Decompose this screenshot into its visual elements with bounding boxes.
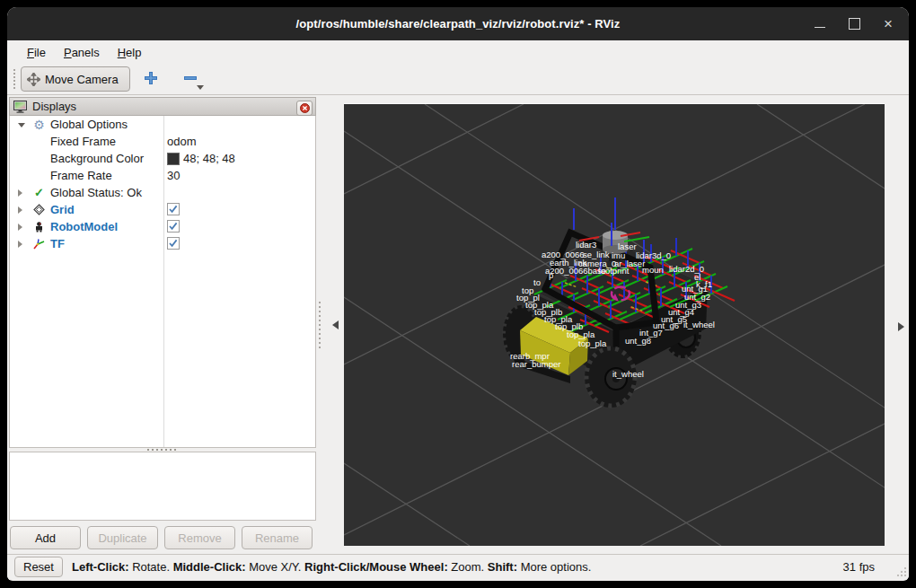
window-controls: × [815, 7, 893, 40]
svg-text:unt_g8: unt_g8 [625, 336, 651, 346]
property-value[interactable]: odom [167, 135, 197, 148]
color-swatch [167, 153, 180, 165]
property-label: Frame Rate [50, 169, 112, 182]
property-label: Grid [50, 203, 75, 216]
svg-text:moun: moun [642, 265, 664, 275]
menu-panels[interactable]: Panels [55, 43, 109, 62]
collapse-right-arrow-icon[interactable] [898, 322, 904, 331]
add-tool-button[interactable] [139, 67, 163, 91]
description-box [9, 452, 316, 521]
value-text: 48; 48; 48 [183, 152, 235, 165]
reset-button[interactable]: Reset [14, 557, 63, 577]
property-label: TF [50, 237, 65, 250]
display-row-grid[interactable]: Grid [10, 201, 315, 218]
expander-open-icon[interactable] [18, 123, 25, 127]
svg-text:lidar3: lidar3 [576, 240, 596, 250]
window-title: /opt/ros/humble/share/clearpath_viz/rviz… [296, 17, 621, 31]
svg-text:to: to [533, 277, 541, 287]
svg-text:a200_0066base: a200_0066base [545, 266, 606, 276]
expander-closed-icon[interactable] [18, 224, 22, 231]
remove-tool-button[interactable] [179, 67, 202, 91]
value-text: odom [167, 135, 197, 148]
rviz-window: /opt/ros/humble/share/clearpath_viz/rviz… [7, 7, 909, 581]
enable-checkbox[interactable] [167, 203, 180, 215]
duplicate-button[interactable]: Duplicate [87, 526, 158, 549]
close-circle-icon [300, 103, 310, 113]
minimize-icon[interactable] [815, 27, 825, 28]
chevron-down-icon [197, 85, 204, 90]
add-button[interactable]: Add [10, 526, 81, 549]
mouse-hints: Left-Click: Rotate. Middle-Click: Move X… [72, 560, 591, 574]
property-label: Global Options [50, 118, 128, 131]
enable-checkbox[interactable] [167, 220, 180, 233]
svg-text:it_wheel: it_wheel [683, 320, 715, 329]
collapse-left-arrow-icon[interactable] [332, 320, 339, 329]
property-label: RobotModel [50, 220, 118, 233]
left-panel-splitter[interactable] [316, 97, 344, 549]
status-ok-icon: ✓ [32, 186, 46, 199]
minus-icon [182, 70, 198, 86]
robot-icon [32, 220, 46, 233]
splitter-grip-icon [319, 302, 321, 348]
menu-bar: FilePanelsHelp [7, 40, 909, 65]
move-camera-label: Move Camera [45, 73, 119, 86]
status-bar: Reset Left-Click: Rotate. Middle-Click: … [7, 554, 909, 579]
svg-text:it_wheel: it_wheel [612, 369, 644, 379]
display-row-background-color[interactable]: Background Color48; 48; 48 [10, 150, 315, 167]
displays-panel-header[interactable]: Displays [9, 97, 316, 116]
svg-text:p: p [549, 270, 553, 280]
display-row-global-options[interactable]: ⚙Global Options [10, 116, 315, 133]
panel-title: Displays [32, 100, 76, 113]
svg-text:rear_bumper: rear_bumper [512, 359, 560, 369]
svg-text:top_pla: top_pla [578, 338, 607, 348]
grid-icon [32, 203, 46, 216]
svg-text:footprint: footprint [598, 266, 630, 276]
expander-closed-icon[interactable] [18, 241, 22, 248]
property-label: Background Color [50, 152, 144, 165]
remove-button[interactable]: Remove [164, 526, 235, 549]
property-label: Fixed Frame [50, 135, 116, 148]
toolbar: Move Camera [7, 64, 909, 95]
displays-tree: ⚙Global OptionsFixed FrameodomBackground… [9, 116, 316, 448]
tf-icon [32, 237, 46, 250]
property-value[interactable]: 30 [167, 169, 180, 182]
fps-counter: 31 fps [843, 560, 875, 574]
display-row-frame-rate[interactable]: Frame Rate30 [10, 167, 315, 184]
move-camera-tool-button[interactable]: Move Camera [21, 66, 130, 92]
gear-icon: ⚙ [32, 118, 46, 131]
panel-close-button[interactable] [296, 101, 313, 116]
property-label: Global Status: Ok [50, 186, 142, 199]
menu-file[interactable]: File [18, 43, 55, 62]
property-value[interactable]: 48; 48; 48 [167, 152, 235, 165]
display-row-fixed-frame[interactable]: Fixed Frameodom [10, 133, 315, 150]
plus-icon [143, 70, 159, 86]
enable-checkbox[interactable] [167, 237, 180, 250]
move-camera-icon [27, 73, 40, 86]
display-row-tf[interactable]: TF [10, 235, 315, 252]
title-bar[interactable]: /opt/ros/humble/share/clearpath_viz/rviz… [7, 7, 909, 40]
toolbar-drag-handle[interactable] [13, 69, 17, 89]
close-icon[interactable]: × [884, 19, 893, 29]
rename-button[interactable]: Rename [242, 526, 313, 549]
display-buttons-row: AddDuplicateRemoveRename [10, 526, 316, 549]
menu-help[interactable]: Help [109, 43, 151, 62]
displays-panel: Displays ⚙Global OptionsFixed FrameodomB… [9, 97, 316, 549]
right-panel-splitter[interactable] [885, 97, 909, 549]
monitor-icon [13, 101, 27, 113]
expander-closed-icon[interactable] [18, 206, 22, 214]
value-text: 30 [167, 169, 180, 182]
resize-grip[interactable] [896, 566, 907, 577]
maximize-icon[interactable] [849, 18, 860, 30]
display-row-robotmodel[interactable]: RobotModel [10, 218, 315, 235]
expander-closed-icon[interactable] [18, 189, 22, 197]
render-viewport[interactable]: lidar3lasera200_0066se_linkimulidar3d_0e… [344, 103, 885, 546]
display-row-global-status-ok[interactable]: ✓Global Status: Ok [10, 184, 315, 201]
